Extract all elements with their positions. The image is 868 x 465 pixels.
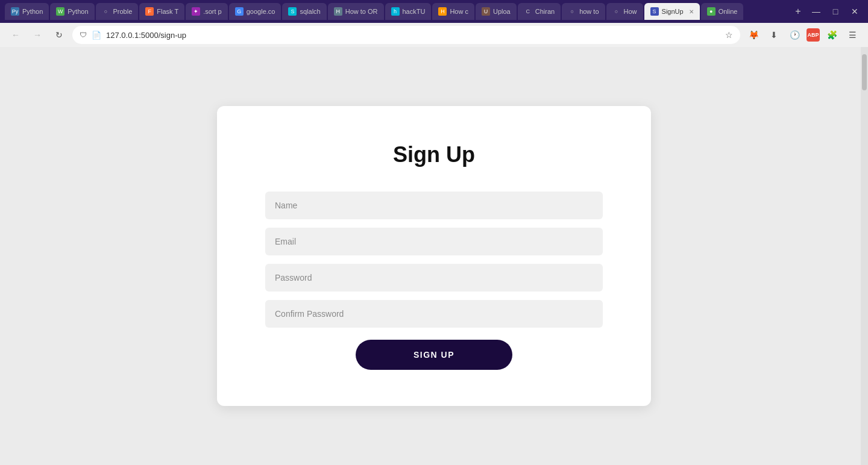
tab-sqlalch[interactable]: Ssqlalch [282,3,326,20]
email-input[interactable] [265,228,603,255]
url-text: 127.0.0.1:5000/sign-up [106,31,720,40]
browser-actions: 🦊 ⬇ 🕐 ABP 🧩 ☰ [745,27,861,43]
tab-favicon-google: G [235,7,244,16]
tab-python2[interactable]: WPython [50,3,94,20]
signup-card: Sign Up SIGN UP [217,106,651,406]
tab-bar: PyPythonWPython○ProbleFFlask T✦.sort pGg… [0,0,868,23]
tab-label-howto2: how to [579,8,599,15]
tab-proble[interactable]: ○Proble [96,3,139,20]
tab-favicon-python1: Py [11,7,19,16]
close-button[interactable]: ✕ [846,3,863,20]
tab-label-upload: Uploa [493,8,511,15]
scrollbar-thumb[interactable] [862,54,867,90]
page-content: Sign Up SIGN UP [0,47,868,465]
tab-howto[interactable]: HHow to OR [328,3,384,20]
scrollbar[interactable] [861,47,868,465]
tab-howto2[interactable]: ○how to [562,3,605,20]
tab-label-sort: .sort p [203,8,222,15]
new-tab-button[interactable]: + [790,3,807,20]
tab-hacktu[interactable]: hhackTU [385,3,432,20]
tab-label-python2: Python [68,8,88,15]
menu-icon[interactable]: ☰ [844,27,861,43]
window-controls: — □ ✕ [808,3,863,20]
tab-label-sqlalch: sqlalch [300,8,320,15]
history-icon[interactable]: 🕐 [786,27,803,43]
tab-close-signup[interactable]: ✕ [689,8,694,15]
tab-favicon-flask: F [145,7,154,16]
tab-favicon-chiran: C [524,7,532,16]
tab-favicon-hacktu: h [391,7,400,16]
tab-online[interactable]: ●Online [701,3,744,20]
reload-button[interactable]: ↻ [51,27,68,43]
tab-label-chiran: Chiran [535,8,555,15]
browser-chrome: PyPythonWPython○ProbleFFlask T✦.sort pGg… [0,0,868,47]
tab-label-online: Online [719,8,738,15]
tab-sort[interactable]: ✦.sort p [186,3,228,20]
tab-label-hacktu: hackTU [403,8,426,15]
extensions-icon[interactable]: 🧩 [823,27,840,43]
tab-favicon-signup: S [650,7,659,16]
tab-favicon-upload: U [482,7,490,16]
tab-favicon-proble: ○ [102,7,110,16]
minimize-button[interactable]: — [808,3,825,20]
password-input[interactable] [265,264,603,292]
tab-favicon-python2: W [56,7,64,16]
tab-google[interactable]: Ggoogle.co [229,3,281,20]
tab-label-signup: SignUp [662,8,684,15]
tab-label-howgit: How [624,8,637,15]
tab-label-flask: Flask T [157,8,178,15]
adblock-icon[interactable]: ABP [807,28,820,42]
back-button[interactable]: ← [7,27,24,43]
tab-signup[interactable]: SSignUp✕ [644,3,700,20]
tab-howgit[interactable]: ○How [606,3,643,20]
tab-python1[interactable]: PyPython [5,3,49,20]
forward-button[interactable]: → [29,27,46,43]
tab-howc[interactable]: HHow c [432,3,474,20]
tab-chiran[interactable]: CChiran [518,3,561,20]
tab-favicon-howto: H [334,7,342,16]
pocket-icon[interactable]: 🦊 [745,27,762,43]
tab-label-proble: Proble [113,8,133,15]
tab-flask[interactable]: FFlask T [139,3,184,20]
bookmark-icon[interactable]: ☆ [725,30,733,40]
security-icon: 🛡 [80,31,87,39]
confirm-password-input[interactable] [265,300,603,328]
address-bar: ← → ↻ 🛡 📄 127.0.0.1:5000/sign-up ☆ 🦊 ⬇ 🕐… [0,23,868,47]
tab-label-google: google.co [247,8,275,15]
tab-favicon-howto2: ○ [568,7,576,16]
tab-favicon-online: ● [707,7,715,16]
signup-form [265,192,603,328]
page-icon: 📄 [92,31,101,40]
url-bar[interactable]: 🛡 📄 127.0.0.1:5000/sign-up ☆ [72,26,740,44]
signup-button[interactable]: SIGN UP [356,340,512,370]
download-icon[interactable]: ⬇ [766,27,782,43]
tab-favicon-howc: H [438,7,447,16]
tab-label-python1: Python [22,8,43,15]
tab-upload[interactable]: UUploa [476,3,517,20]
tab-favicon-sqlalch: S [288,7,297,16]
tab-label-howto: How to OR [345,8,378,15]
name-input[interactable] [265,192,603,219]
signup-title: Sign Up [393,142,475,167]
maximize-button[interactable]: □ [827,3,844,20]
tab-favicon-howgit: ○ [612,7,621,16]
tab-label-howc: How c [450,8,468,15]
tab-favicon-sort: ✦ [192,7,200,16]
